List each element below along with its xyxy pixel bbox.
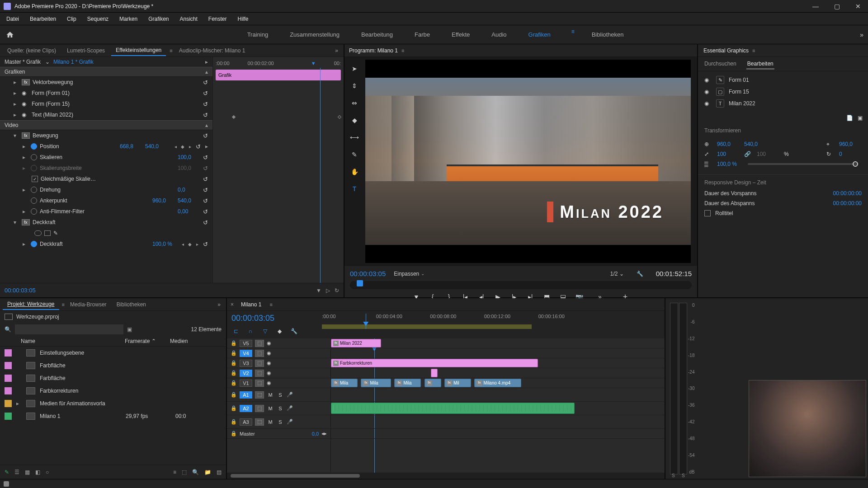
filter-bin-icon[interactable]: ▣: [127, 326, 132, 333]
freeform-view-icon[interactable]: ▦: [25, 469, 30, 475]
new-item-icon[interactable]: 📁: [204, 469, 211, 475]
lock-icon[interactable]: 🔒: [231, 392, 237, 398]
project-menu-icon[interactable]: ≡: [62, 302, 65, 307]
effect-mini-timeline[interactable]: :00:00 00:00:02:00 ▼ 00: Grafik: [212, 57, 344, 283]
mask-pen-icon[interactable]: ✎: [53, 230, 58, 236]
next-keyframe[interactable]: ▸: [187, 144, 193, 149]
rolltitel-checkbox[interactable]: [704, 210, 711, 216]
eg-opacity[interactable]: 100,0 %: [717, 161, 740, 167]
project-item[interactable]: Farbfläche: [0, 359, 226, 372]
intro-duration-value[interactable]: 00:00:00:00: [833, 190, 862, 197]
pen-tool[interactable]: ✎: [349, 149, 360, 160]
eye-icon[interactable]: ◉: [22, 101, 29, 107]
workspace-effekte[interactable]: Effekte: [447, 28, 474, 41]
fx-badge[interactable]: fx: [22, 132, 30, 139]
eg-anchor-x[interactable]: 960,0: [839, 141, 862, 147]
prop-vektorbewegung[interactable]: Vektorbewegung: [33, 79, 200, 85]
sync-lock-icon[interactable]: ⬚: [255, 405, 264, 412]
type-tool[interactable]: T: [349, 183, 360, 194]
clip[interactable]: [431, 369, 438, 377]
eye-icon[interactable]: ◉: [22, 112, 29, 118]
tab-lumetri[interactable]: Lumetri-Scopes: [62, 46, 109, 56]
project-item[interactable]: Einstellungsebene: [0, 347, 226, 359]
program-scrubber-playhead[interactable]: [357, 280, 363, 286]
project-item[interactable]: Farbfläche: [0, 372, 226, 385]
workspace-bearbeitung[interactable]: Bearbeitung: [357, 28, 397, 41]
list-view-icon[interactable]: ✎: [5, 469, 9, 475]
bibliotheken-tab[interactable]: Bibliotheken: [112, 300, 151, 310]
audio-track-header[interactable]: 🔒 A3 ⬚ M S 🎤: [227, 415, 330, 429]
rate-stretch-tool[interactable]: ⟷: [349, 132, 360, 143]
project-search-input[interactable]: [15, 324, 123, 334]
filter-icon[interactable]: ▼: [316, 287, 321, 294]
video-track-header[interactable]: 🔒 V1 ⬚ ◉: [227, 378, 330, 388]
fx-badge[interactable]: fx: [22, 79, 30, 85]
menu-clip[interactable]: Clip: [62, 14, 81, 24]
menu-ansicht[interactable]: Ansicht: [175, 14, 202, 24]
keyframe-diamond[interactable]: [232, 115, 236, 119]
eg-rotation[interactable]: 0: [839, 151, 862, 157]
video-track-lane[interactable]: [331, 368, 665, 378]
project-tab[interactable]: Projekt: Werkzeuge: [3, 299, 59, 310]
solo-right[interactable]: S: [682, 473, 685, 478]
prop-form15[interactable]: Form (Form 15): [32, 101, 200, 107]
keyframe-add[interactable]: ▸: [205, 143, 208, 150]
eg-menu-icon[interactable]: ≡: [752, 48, 755, 53]
expand-form01[interactable]: ▸: [14, 90, 19, 96]
timeline-ruler[interactable]: :00:0000:00:04:0000:00:08:0000:00:12:000…: [322, 314, 660, 329]
project-item[interactable]: ▸ Medien für Animationsvorla: [0, 397, 226, 410]
program-zoom-dropdown[interactable]: Einpassen⌄: [394, 271, 425, 277]
solo-button[interactable]: S: [277, 419, 284, 425]
expand-deckkraft-inner[interactable]: ▸: [23, 241, 28, 247]
eye-icon[interactable]: ◉: [22, 90, 29, 96]
reset-vektorbewegung[interactable]: ↺: [203, 79, 208, 86]
reset-bewegung[interactable]: ↺: [203, 132, 208, 139]
audio-track-lane[interactable]: [331, 388, 665, 402]
next-keyframe[interactable]: ▸: [194, 242, 200, 247]
section-grafiken[interactable]: Grafiken▴: [0, 67, 212, 77]
program-current-tc[interactable]: 00:00:03:05: [350, 270, 386, 277]
video-track-lane[interactable]: fxMilan 2022: [331, 338, 665, 348]
delete-icon[interactable]: ▤: [217, 469, 222, 475]
stopwatch-anker[interactable]: [31, 197, 37, 204]
eg-tab-durchsuchen[interactable]: Durchsuchen: [703, 59, 737, 69]
opacity-slider[interactable]: [748, 163, 858, 165]
eye-icon[interactable]: ◉: [704, 89, 712, 95]
loop-icon[interactable]: ↻: [335, 287, 339, 294]
tab-audioclip-mischer[interactable]: Audioclip-Mischer: Milano 1: [175, 46, 250, 56]
position-x-value[interactable]: 668,8: [120, 143, 142, 150]
eg-pos-x[interactable]: 960,0: [717, 141, 740, 147]
snap-icon[interactable]: ⊏: [231, 327, 241, 336]
anker-x-value[interactable]: 960,0: [152, 197, 175, 204]
uniform-scale-checkbox[interactable]: [32, 176, 38, 182]
sync-lock-icon[interactable]: ⬚: [255, 418, 264, 426]
drehung-value[interactable]: 0,0: [178, 187, 200, 193]
timeline-menu-icon[interactable]: ≡: [269, 302, 272, 307]
clip[interactable]: fx: [425, 379, 441, 387]
project-item[interactable]: Milano 1 29,97 fps 00:0: [0, 410, 226, 422]
col-framerate[interactable]: Framerate ⌃: [125, 338, 170, 344]
close-sequence-icon[interactable]: ×: [231, 301, 234, 308]
reset-anker[interactable]: ↺: [203, 197, 208, 204]
solo-left[interactable]: S: [672, 473, 675, 478]
section-video[interactable]: Video▴: [0, 120, 212, 130]
expand-position[interactable]: ▸: [23, 143, 28, 150]
menu-bearbeiten[interactable]: Bearbeiten: [25, 14, 61, 24]
video-track-header[interactable]: 🔒 V4 ⬚ ◉: [227, 348, 330, 358]
new-bin-icon[interactable]: 🔍: [192, 469, 199, 475]
timeline-scroll-thumb[interactable]: [231, 474, 360, 478]
find-icon[interactable]: ⬚: [182, 469, 187, 475]
stopwatch-deckkraft-inner[interactable]: [31, 241, 37, 247]
reset-text-milan[interactable]: ↺: [203, 112, 208, 118]
add-marker-icon[interactable]: ▽: [260, 327, 269, 336]
audio-track-lane[interactable]: [331, 415, 665, 429]
effekteinstellungen-menu-icon[interactable]: ≡: [170, 48, 172, 53]
voiceover-icon[interactable]: 🎤: [287, 405, 293, 411]
workspace-bibliotheken[interactable]: Bibliotheken: [587, 28, 628, 41]
program-menu-icon[interactable]: ≡: [401, 48, 404, 53]
workspace-menu-icon[interactable]: ≡: [571, 28, 575, 41]
workspace-grafiken[interactable]: Grafiken: [524, 28, 555, 41]
play-only-icon[interactable]: ▷: [326, 287, 330, 294]
reset-skalieren[interactable]: ↺: [203, 154, 208, 161]
track-target[interactable]: V2: [240, 370, 252, 377]
